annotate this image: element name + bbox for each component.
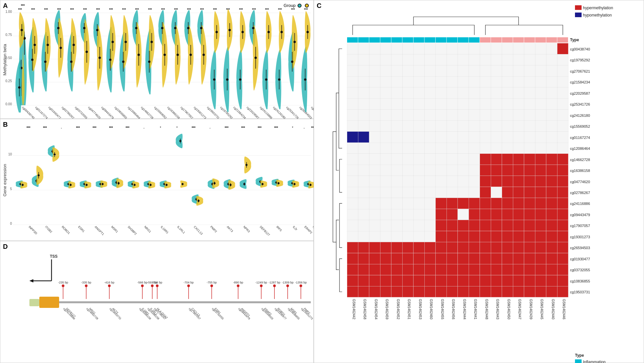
right-panel: C bbox=[314, 0, 644, 363]
svg-text:INPP3D: INPP3D bbox=[28, 225, 38, 235]
svg-rect-88 bbox=[29, 299, 39, 306]
svg-text:DEFB127: DEFB127 bbox=[259, 225, 271, 237]
panel-b: B Gene expression 0 5 10 *** *** - *** *… bbox=[0, 119, 314, 241]
svg-rect-89 bbox=[39, 297, 59, 308]
inflammation-dot bbox=[298, 4, 302, 8]
svg-text:***: *** bbox=[43, 126, 47, 130]
svg-text:0.25: 0.25 bbox=[6, 79, 12, 83]
svg-text:***: *** bbox=[274, 126, 278, 130]
svg-text:***: *** bbox=[225, 126, 229, 130]
svg-text:cg04774620: cg04774620 bbox=[88, 106, 101, 119]
svg-text:-755 bp: -755 bp bbox=[207, 281, 217, 284]
svg-text:-: - bbox=[209, 126, 210, 130]
svg-text:***: *** bbox=[125, 126, 129, 130]
svg-text:-: - bbox=[61, 126, 62, 130]
svg-text:ESR1: ESR1 bbox=[78, 225, 86, 233]
svg-text:0.00: 0.00 bbox=[6, 102, 12, 106]
svg-point-92 bbox=[62, 284, 64, 287]
panel-a-label: A bbox=[3, 2, 8, 10]
svg-text:***: *** bbox=[258, 126, 262, 130]
svg-text:-1309 bp: -1309 bp bbox=[282, 281, 294, 284]
svg-text:5: 5 bbox=[10, 187, 12, 191]
svg-point-104 bbox=[151, 284, 154, 287]
inflammation-legend bbox=[298, 4, 303, 8]
svg-text:cg03732055: cg03732055 bbox=[74, 106, 88, 119]
svg-text:cg24126180: cg24126180 bbox=[272, 106, 286, 119]
svg-point-119 bbox=[260, 284, 263, 287]
svg-text:NPR3: NPR3 bbox=[243, 225, 251, 233]
panel-a-legend: Group bbox=[284, 3, 310, 8]
panel-c: C bbox=[314, 0, 644, 363]
svg-text:MSR1: MSR1 bbox=[111, 225, 119, 233]
panel-d-svg: TSS -235 bp bbox=[0, 241, 314, 363]
svg-text:***: *** bbox=[109, 126, 113, 130]
svg-text:-1356 bp: -1356 bp bbox=[295, 281, 307, 284]
svg-text:0: 0 bbox=[10, 222, 12, 225]
svg-text:-416 bp: -416 bp bbox=[104, 281, 115, 284]
svg-text:TSS: TSS bbox=[50, 254, 57, 259]
normal-legend bbox=[305, 4, 310, 8]
normal-dot bbox=[305, 4, 309, 8]
svg-text:ERAP2: ERAP2 bbox=[304, 225, 313, 234]
svg-text:10: 10 bbox=[8, 152, 12, 156]
svg-text:cg19795292: cg19795292 bbox=[220, 106, 233, 119]
svg-text:***: *** bbox=[241, 126, 245, 130]
svg-text:1.00: 1.00 bbox=[6, 10, 12, 14]
svg-text:ANGPT1: ANGPT1 bbox=[94, 225, 105, 236]
svg-point-101 bbox=[141, 284, 144, 287]
svg-text:cg02786267: cg02786267 bbox=[61, 106, 75, 119]
svg-point-128 bbox=[300, 284, 302, 287]
svg-text:cg14662728: cg14662728 bbox=[140, 106, 154, 119]
svg-text:-890 bp: -890 bp bbox=[233, 281, 243, 284]
svg-text:cg16386158: cg16386158 bbox=[167, 106, 181, 119]
svg-text:cg22029587: cg22029587 bbox=[246, 106, 260, 119]
svg-point-113 bbox=[210, 284, 213, 287]
svg-text:cg17907057: cg17907057 bbox=[180, 106, 194, 119]
svg-text:cg21584234: cg21584234 bbox=[233, 106, 247, 119]
svg-text:cg01167274: cg01167274 bbox=[35, 106, 49, 119]
svg-text:-596 bp: -596 bp bbox=[152, 281, 162, 284]
panel-d: D TSS -235 bp bbox=[0, 241, 314, 363]
svg-text:-: - bbox=[304, 126, 304, 130]
svg-point-122 bbox=[273, 284, 276, 287]
svg-text:IL1RL1: IL1RL1 bbox=[177, 225, 186, 234]
svg-text:cg09443479: cg09443479 bbox=[101, 106, 115, 119]
svg-text:-1287 bp: -1287 bp bbox=[268, 281, 280, 284]
svg-text:PMP2: PMP2 bbox=[210, 225, 218, 233]
svg-text:cg01930477: cg01930477 bbox=[48, 106, 62, 119]
svg-text:-704 bp: -704 bp bbox=[184, 281, 194, 284]
svg-text:0.50: 0.50 bbox=[6, 56, 12, 60]
svg-text:AKT3: AKT3 bbox=[226, 225, 234, 233]
svg-text:cg19503731: cg19503731 bbox=[206, 106, 220, 119]
svg-text:ITGB2: ITGB2 bbox=[45, 225, 53, 233]
svg-text:IL2r: IL2r bbox=[292, 225, 298, 231]
svg-text:-235 bp: -235 bp bbox=[58, 281, 68, 284]
svg-point-107 bbox=[156, 284, 159, 287]
panel-d-label: D bbox=[3, 243, 8, 250]
svg-text:**: ** bbox=[311, 126, 314, 130]
svg-text:***: *** bbox=[21, 4, 25, 8]
svg-text:cg00438740: cg00438740 bbox=[21, 106, 35, 119]
svg-text:***: *** bbox=[192, 126, 196, 130]
svg-text:***: *** bbox=[76, 126, 80, 130]
svg-text:-: - bbox=[143, 126, 144, 130]
svg-text:ROBO1: ROBO1 bbox=[61, 225, 71, 235]
svg-text:NRG1: NRG1 bbox=[144, 225, 152, 233]
svg-point-98 bbox=[108, 284, 111, 287]
group-label: Group bbox=[284, 3, 296, 8]
svg-text:cg12086464: cg12086464 bbox=[127, 106, 141, 119]
svg-text:cg24116886: cg24116886 bbox=[259, 106, 273, 119]
panel-a: A Group Methylation beta 0.00 0.25 bbox=[0, 0, 314, 119]
svg-text:SH3BP2: SH3BP2 bbox=[127, 225, 137, 235]
svg-text:0.75: 0.75 bbox=[6, 33, 12, 37]
svg-text:IRF5: IRF5 bbox=[276, 225, 283, 232]
svg-text:-335 bp: -335 bp bbox=[81, 281, 91, 284]
svg-text:*: * bbox=[176, 126, 178, 130]
svg-text:Gene expression: Gene expression bbox=[2, 164, 7, 196]
svg-text:***: *** bbox=[26, 126, 30, 130]
left-panel: A Group Methylation beta 0.00 0.25 bbox=[0, 0, 314, 363]
panel-b-svg: Gene expression 0 5 10 *** *** - *** ***… bbox=[0, 119, 314, 241]
svg-text:*: * bbox=[292, 126, 293, 130]
svg-text:*: * bbox=[160, 126, 161, 130]
svg-point-116 bbox=[237, 284, 239, 287]
